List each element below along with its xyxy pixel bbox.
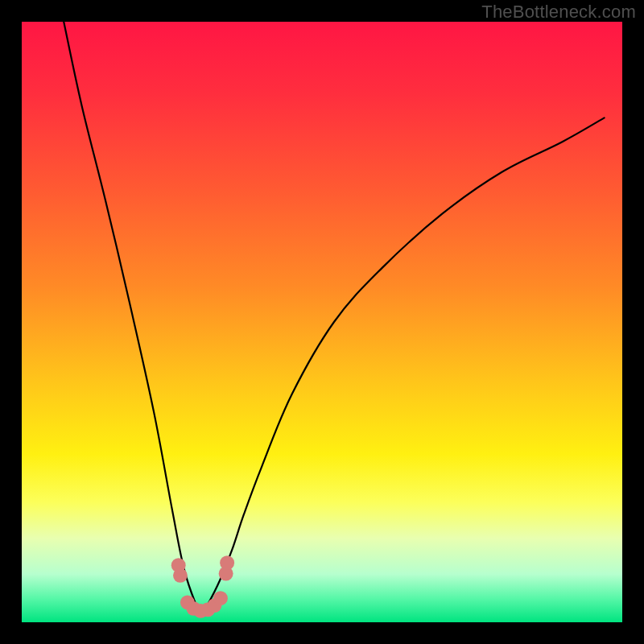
plot-area (22, 22, 622, 622)
marker-dot (173, 568, 188, 583)
marker-dot (220, 555, 234, 570)
chart-svg (22, 22, 622, 622)
gradient-background (22, 22, 622, 622)
marker-dot (213, 591, 228, 605)
watermark-text: TheBottleneck.com (481, 2, 636, 23)
